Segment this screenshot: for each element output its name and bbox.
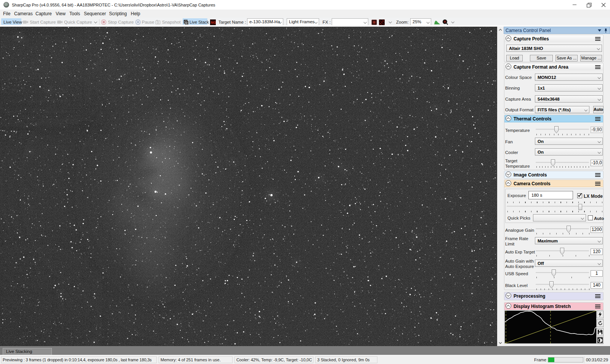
svg-text:NG: NG xyxy=(211,21,216,24)
